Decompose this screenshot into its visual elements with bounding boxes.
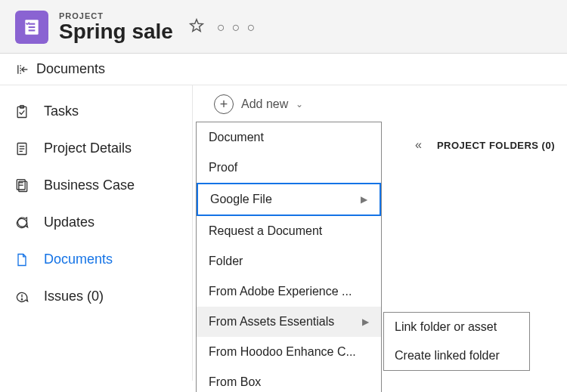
- nav-label: Tasks: [44, 103, 79, 119]
- add-new-dropdown: Document Proof Google File ▶ Request a D…: [196, 122, 382, 392]
- back-icon[interactable]: [14, 62, 29, 77]
- nav-documents[interactable]: Documents: [0, 241, 192, 278]
- plus-circle-icon: +: [214, 94, 234, 114]
- document-icon: [14, 252, 30, 267]
- dropdown-label: Folder: [209, 255, 243, 268]
- documents-toolbar: + Add new ⌄: [193, 85, 567, 123]
- dropdown-label: From Adobe Experience ...: [209, 285, 352, 298]
- dropdown-item-document[interactable]: Document: [197, 122, 381, 153]
- dropdown-label: Google File: [210, 193, 272, 206]
- add-new-label: Add new: [241, 97, 288, 111]
- dropdown-item-folder[interactable]: Folder: [197, 246, 381, 276]
- nav-project-details[interactable]: Project Details: [0, 130, 192, 167]
- nav-label: Project Details: [44, 140, 132, 156]
- main-panel: + Add new ⌄ Document Proof Google File ▶…: [193, 85, 567, 381]
- documents-stack-icon: [14, 178, 30, 193]
- dropdown-item-box[interactable]: From Box: [197, 367, 381, 392]
- assets-essentials-submenu: Link folder or asset Create linked folde…: [383, 312, 530, 371]
- favorite-star-icon[interactable]: [188, 17, 205, 37]
- nav-issues[interactable]: Issues (0): [0, 278, 192, 315]
- dropdown-label: From Assets Essentials: [209, 315, 334, 329]
- submenu-label: Create linked folder: [395, 349, 500, 362]
- nav-tasks[interactable]: Tasks: [0, 93, 192, 130]
- header-actions: ○ ○ ○: [188, 17, 257, 37]
- collapse-panel-icon[interactable]: «: [415, 138, 422, 152]
- add-new-button[interactable]: + Add new ⌄: [214, 94, 303, 114]
- left-nav: Tasks Project Details Business Case Upda…: [0, 85, 193, 381]
- submenu-create-linked-folder[interactable]: Create linked folder: [384, 341, 529, 370]
- clipboard-check-icon: [14, 104, 30, 119]
- chevron-down-icon: ⌄: [296, 99, 303, 110]
- svg-marker-4: [191, 20, 203, 32]
- page-title: Documents: [36, 61, 105, 77]
- nav-updates[interactable]: Updates: [0, 204, 192, 241]
- submenu-label: Link folder or asset: [395, 320, 497, 333]
- project-folders-label: PROJECT FOLDERS (0): [437, 140, 555, 151]
- submenu-link-folder-asset[interactable]: Link folder or asset: [384, 313, 529, 341]
- dropdown-label: Document: [209, 131, 264, 144]
- chat-bubble-icon: [14, 215, 30, 230]
- alert-bubble-icon: [14, 289, 30, 304]
- nav-label: Issues (0): [44, 289, 104, 304]
- dropdown-label: From Hoodoo Enhance C...: [209, 345, 356, 359]
- right-panel: « PROJECT FOLDERS (0): [403, 128, 567, 162]
- dropdown-item-adobe-experience[interactable]: From Adobe Experience ...: [197, 276, 381, 307]
- dropdown-item-proof[interactable]: Proof: [197, 153, 381, 183]
- dropdown-label: From Box: [209, 375, 261, 389]
- project-icon: [15, 11, 48, 44]
- dropdown-label: Request a Document: [209, 224, 322, 238]
- content-area: Tasks Project Details Business Case Upda…: [0, 85, 567, 381]
- project-label: PROJECT: [59, 11, 173, 20]
- chevron-right-icon: ▶: [361, 194, 367, 205]
- nav-label: Documents: [44, 252, 113, 267]
- dropdown-item-request-document[interactable]: Request a Document: [197, 216, 381, 246]
- nav-label: Updates: [44, 215, 94, 230]
- nav-label: Business Case: [44, 177, 135, 193]
- svg-point-19: [21, 298, 22, 299]
- project-title: Spring sale: [59, 20, 173, 44]
- more-menu-icon[interactable]: ○ ○ ○: [217, 20, 257, 35]
- nav-business-case[interactable]: Business Case: [0, 167, 192, 204]
- page-subheader: Documents: [0, 54, 567, 85]
- project-title-block: PROJECT Spring sale: [59, 11, 173, 44]
- chevron-right-icon: ▶: [362, 316, 369, 327]
- dropdown-item-hoodoo-enhance[interactable]: From Hoodoo Enhance C...: [197, 337, 381, 367]
- document-lines-icon: [14, 141, 30, 156]
- dropdown-item-google-file[interactable]: Google File ▶: [197, 183, 381, 216]
- project-header: PROJECT Spring sale ○ ○ ○: [0, 0, 567, 54]
- dropdown-label: Proof: [209, 161, 237, 174]
- dropdown-item-assets-essentials[interactable]: From Assets Essentials ▶: [197, 307, 381, 337]
